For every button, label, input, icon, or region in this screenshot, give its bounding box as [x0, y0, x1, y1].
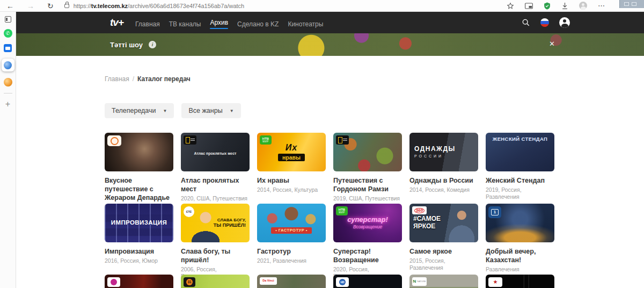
tv-plus-logo[interactable]: tv+ [110, 17, 123, 28]
poster-text: ЖЕНСКИЙ СТЕНДАП [493, 136, 548, 142]
show-title[interactable]: Атлас проклятых мест [181, 176, 250, 193]
promo-banner[interactable]: Тәтті шоу i ✕ [16, 33, 644, 56]
show-thumbnail[interactable]: HD [333, 275, 402, 288]
show-card[interactable]: Da Vinci [257, 275, 326, 288]
show-thumbnail[interactable]: Атлас проклятых мест [181, 133, 250, 171]
download-icon[interactable] [561, 2, 568, 10]
show-title[interactable]: Суперстар! Возвращение [333, 247, 402, 264]
banner-title[interactable]: Тәтті шоу [110, 41, 143, 49]
show-title[interactable]: Слава богу, ты пришёл! [181, 247, 250, 264]
show-thumbnail[interactable]: 31 [181, 275, 250, 288]
show-meta: 2014, Россия, Культура [257, 186, 326, 193]
show-thumbnail[interactable] [105, 133, 173, 171]
search-icon[interactable] [522, 18, 530, 27]
show-card[interactable]: Атлас проклятых мест Атлас проклятых мес… [181, 133, 250, 200]
channel-badge-text: НТВ [339, 208, 345, 211]
show-thumbnail[interactable]: ИМПРОВИЗАЦИЯ [105, 204, 173, 242]
show-title[interactable]: Однажды в России [409, 176, 478, 185]
show-title[interactable]: Путешествия с Гордоном Рамзи [333, 176, 402, 193]
banner-close-icon[interactable]: ✕ [549, 40, 555, 47]
show-title[interactable]: Самое яркое [409, 247, 478, 256]
show-meta: 2015, Россия, Развлечения [409, 257, 478, 271]
show-thumbnail[interactable]: • ГАСТРОТУР • [257, 204, 326, 242]
show-card[interactable]: ЖЕНСКИЙ СТЕНДАП Женский Стендап 2019, Ро… [486, 133, 554, 200]
show-title[interactable]: Добрый вечер, Казахстан! [486, 247, 554, 264]
pip-icon[interactable] [525, 3, 533, 9]
show-title[interactable]: Гастротур [257, 247, 326, 256]
nav-item-cinemas[interactable]: Кинотеатры [288, 18, 323, 28]
show-thumbnail[interactable]: Da Vinci [257, 275, 326, 288]
show-thumbnail[interactable]: N NATURE [409, 275, 478, 288]
show-meta: 2014, Россия, Комедия [409, 186, 478, 193]
show-card[interactable]: HD [333, 275, 402, 288]
show-card[interactable]: НТВ МИР Их нравы Их нравы 2014, Россия, … [257, 133, 326, 200]
lock-icon[interactable] [64, 4, 69, 8]
info-icon[interactable]: i [149, 41, 156, 48]
add-app-icon[interactable]: + [5, 100, 10, 109]
show-title[interactable]: Женский Стендап [486, 176, 554, 185]
show-title[interactable]: Вкусное путешествие с Жераром Депардье [105, 176, 173, 202]
mail-app-icon[interactable] [4, 44, 12, 52]
active-app-highlight[interactable] [2, 59, 14, 71]
channel-badge-subtext: NATURE [417, 280, 426, 283]
show-title[interactable]: Их нравы [257, 176, 326, 185]
breadcrumb-home-link[interactable]: Главная [105, 75, 129, 83]
show-thumbnail[interactable]: НТВ МИР суперстар! Возвращение [333, 204, 402, 242]
show-card[interactable]: ИМПРОВИЗАЦИЯ Импровизация 2016, Россия, … [105, 204, 173, 271]
back-icon[interactable]: ← [6, 2, 14, 10]
channel-badge: стс [184, 206, 194, 217]
show-thumbnail[interactable]: ★ [486, 275, 554, 288]
channel-badge: НТВ МИР [260, 135, 272, 145]
show-card[interactable]: ОДНАЖДЫ РОССИИ Однажды в России 2014, Ро… [409, 133, 478, 200]
nav-menu: ГлавнаяТВ каналыАрхивСделано в KZКинотеа… [135, 16, 323, 29]
show-thumbnail[interactable]: ОДНАЖДЫ РОССИИ [409, 133, 478, 171]
browser-profile-avatar[interactable] [579, 2, 587, 10]
nav-item-home[interactable]: Главная [135, 18, 160, 28]
adblock-shield-icon[interactable] [544, 2, 551, 10]
channel-badge-text: 1 [491, 209, 499, 215]
filter-genre-dropdown[interactable]: Все жанры ▼ [181, 103, 240, 118]
show-thumbnail[interactable]: НТВ МИР Их нравы [257, 133, 326, 171]
browser-toolbar: ← → ↻ https://tv.telecom.kz/archive/606a… [0, 0, 644, 12]
browser-menu-icon[interactable]: ⋯ [598, 2, 605, 10]
show-thumbnail[interactable] [333, 133, 402, 171]
channel-badge-text: 360 [414, 208, 425, 213]
site-navbar: tv+ ГлавнаяТВ каналыАрхивСделано в KZКин… [16, 12, 644, 33]
show-thumbnail[interactable]: ЖЕНСКИЙ СТЕНДАП [486, 133, 554, 171]
url-host: tv.telecom.kz [91, 3, 128, 9]
profile-icon[interactable] [559, 17, 570, 28]
whatsapp-icon[interactable]: ✆ [4, 29, 12, 38]
address-bar[interactable]: https://tv.telecom.kz/archive/606a6d1867… [74, 3, 244, 9]
show-card[interactable]: 31 [181, 275, 250, 288]
show-card[interactable]: • ГАСТРОТУР • Гастротур 2021, Развлечени… [257, 204, 326, 271]
favorites-star-icon[interactable] [507, 2, 514, 10]
tab-actions-icon[interactable] [5, 16, 11, 23]
show-title[interactable]: Импровизация [105, 247, 173, 256]
filter-type-dropdown[interactable]: Телепередачи ▼ [105, 103, 174, 118]
nav-item-made-in-kz[interactable]: Сделано в KZ [237, 18, 279, 28]
show-card[interactable]: стс СЛАВА БОГУ, ТЫ ПРИШЁЛ! Слава богу, т… [181, 204, 250, 271]
nav-item-archive[interactable]: Архив [210, 16, 228, 29]
show-card[interactable]: 360 #САМОЕ ЯРКОЕ Самое яркое 2015, Росси… [409, 204, 478, 271]
refresh-icon[interactable]: ↻ [47, 2, 54, 10]
show-card[interactable]: НТВ МИР суперстар! Возвращение Суперстар… [333, 204, 402, 271]
show-card[interactable]: N NATURE [409, 275, 478, 288]
show-card[interactable]: 1 Добрый вечер, Казахстан! Развлечения [486, 204, 554, 271]
show-thumbnail[interactable]: 1 [486, 204, 554, 242]
url-path: /archive/606a6d18673e4f74a156ab7a/watch [128, 3, 244, 9]
show-card[interactable] [105, 275, 173, 288]
show-card[interactable]: Путешествия с Гордоном Рамзи 2019, США, … [333, 133, 402, 200]
nav-item-tv-channels[interactable]: ТВ каналы [169, 18, 201, 28]
channel-badge: HD [336, 277, 349, 287]
forward-icon: → [27, 2, 34, 10]
show-meta: 2021, Развлечения [257, 257, 326, 264]
show-thumbnail[interactable] [105, 275, 173, 288]
chevron-down-icon: ▼ [163, 109, 167, 113]
show-card[interactable]: Вкусное путешествие с Жераром Депардье 2… [105, 133, 173, 200]
show-meta: Развлечения [486, 266, 554, 273]
show-thumbnail[interactable]: стс СЛАВА БОГУ, ТЫ ПРИШЁЛ! [181, 204, 250, 242]
language-flag-icon[interactable] [540, 18, 549, 27]
show-thumbnail[interactable]: 360 #САМОЕ ЯРКОЕ [409, 204, 478, 242]
orange-sphere-app-icon[interactable] [4, 78, 12, 87]
show-card[interactable]: ★ [486, 275, 554, 288]
